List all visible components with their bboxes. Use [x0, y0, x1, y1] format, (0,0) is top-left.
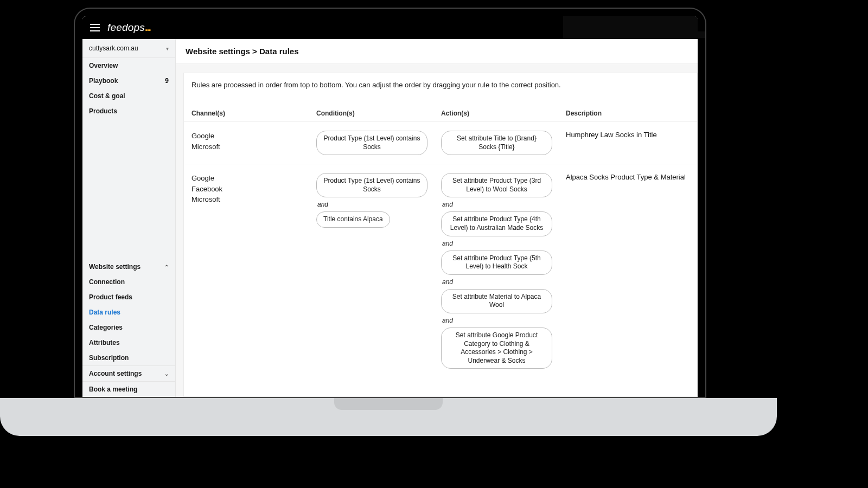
- sidebar-item-playbook[interactable]: Playbook 9: [82, 73, 175, 88]
- condition-pill[interactable]: Product Type (1st Level) contains Socks: [316, 131, 427, 155]
- table-row[interactable]: Google Microsoft Product Type (1st Level…: [184, 121, 697, 164]
- cell-conditions: Product Type (1st Level) contains Socks …: [316, 173, 441, 228]
- action-pill[interactable]: Set attribute Product Type (4th Level) t…: [441, 211, 552, 236]
- conjunction-and: and: [441, 275, 454, 289]
- brand-logo[interactable]: feedops...: [107, 22, 150, 34]
- sidebar-item-label: Playbook: [89, 77, 118, 85]
- chevron-up-icon: ⌃: [164, 264, 169, 270]
- action-pill[interactable]: Set attribute Google Product Category to…: [441, 328, 552, 369]
- cell-channels: Google Microsoft: [192, 131, 316, 152]
- sidebar-item-product-feeds[interactable]: Product feeds: [82, 290, 175, 305]
- sidebar-item-attributes[interactable]: Attributes: [82, 335, 175, 350]
- action-pill[interactable]: Set attribute Title to {Brand} Socks {Ti…: [441, 131, 552, 155]
- col-actions: Action(s): [441, 110, 566, 117]
- sidebar-item-label: Cost & goal: [89, 92, 125, 100]
- condition-pill[interactable]: Product Type (1st Level) contains Socks: [316, 173, 427, 197]
- chevron-down-icon: ⌄: [164, 371, 169, 377]
- channel-name: Microsoft: [192, 142, 316, 152]
- sidebar: cuttysark.com.au ▾ Overview Playbook 9 C…: [82, 39, 176, 397]
- condition-pill[interactable]: Title contains Alpaca: [316, 211, 390, 228]
- conjunction-and: and: [316, 197, 329, 211]
- body: cuttysark.com.au ▾ Overview Playbook 9 C…: [82, 39, 698, 397]
- device-notch: [334, 398, 443, 410]
- sidebar-group-website-settings[interactable]: Website settings ⌃: [82, 259, 175, 274]
- rules-panel: Rules are processed in order from top to…: [183, 73, 698, 397]
- conjunction-and: and: [441, 236, 454, 251]
- channel-name: Facebook: [192, 184, 316, 195]
- cell-conditions: Product Type (1st Level) contains Socks: [316, 131, 441, 155]
- channel-name: Google: [192, 131, 316, 142]
- sidebar-item-categories[interactable]: Categories: [82, 320, 175, 335]
- sidebar-group-label: Account settings: [89, 370, 142, 377]
- table-header: Channel(s) Condition(s) Action(s) Descri…: [184, 105, 697, 121]
- table-row[interactable]: Google Facebook Microsoft Product Type (…: [184, 164, 697, 377]
- content-wrap: Rules are processed in order from top to…: [176, 64, 698, 397]
- site-selector[interactable]: cuttysark.com.au ▾: [82, 39, 175, 58]
- sidebar-group-label: Website settings: [89, 263, 141, 271]
- cell-actions: Set attribute Product Type (3rd Level) t…: [441, 173, 566, 369]
- sidebar-group-account-settings[interactable]: Account settings ⌄: [82, 365, 175, 381]
- channel-name: Google: [192, 173, 316, 184]
- action-pill[interactable]: Set attribute Product Type (5th Level) t…: [441, 251, 552, 275]
- rules-table: Channel(s) Condition(s) Action(s) Descri…: [184, 105, 697, 377]
- sidebar-item-data-rules[interactable]: Data rules: [82, 305, 175, 320]
- channel-name: Microsoft: [192, 194, 316, 205]
- device-frame: feedops... cuttysark.com.au ▾ Overview: [74, 8, 706, 398]
- cell-actions: Set attribute Title to {Brand} Socks {Ti…: [441, 131, 566, 155]
- site-selector-label: cuttysark.com.au: [89, 44, 138, 52]
- cell-description: Alpaca Socks Product Type & Material: [566, 173, 690, 181]
- sidebar-item-connection[interactable]: Connection: [82, 274, 175, 290]
- col-channels: Channel(s): [192, 110, 316, 117]
- cell-description: Humphrey Law Socks in Title: [566, 131, 690, 139]
- nav-top: Overview Playbook 9 Cost & goal Products: [82, 58, 175, 119]
- cell-channels: Google Facebook Microsoft: [192, 173, 316, 205]
- nav-bottom: Website settings ⌃ Connection Product fe…: [82, 259, 175, 397]
- sidebar-item-label: Overview: [89, 62, 118, 69]
- action-pill[interactable]: Set attribute Product Type (3rd Level) t…: [441, 173, 552, 197]
- sidebar-item-overview[interactable]: Overview: [82, 58, 175, 73]
- sidebar-item-label: Products: [89, 107, 117, 115]
- breadcrumb: Website settings > Data rules: [176, 39, 698, 64]
- sidebar-item-book-meeting[interactable]: Book a meeting: [82, 381, 175, 397]
- menu-icon[interactable]: [90, 24, 100, 31]
- col-conditions: Condition(s): [316, 110, 441, 117]
- brand-name: feedops: [107, 22, 145, 33]
- main: Website settings > Data rules Rules are …: [176, 39, 698, 397]
- action-pill[interactable]: Set attribute Material to Alpaca Wool: [441, 289, 552, 313]
- sidebar-item-badge: 9: [165, 77, 169, 85]
- topbar-right-shadow: [571, 31, 698, 38]
- col-description: Description: [566, 110, 690, 117]
- conjunction-and: and: [441, 197, 454, 211]
- chevron-down-icon: ▾: [166, 46, 169, 52]
- sidebar-item-cost-goal[interactable]: Cost & goal: [82, 88, 175, 104]
- sidebar-item-subscription[interactable]: Subscription: [82, 350, 175, 365]
- conjunction-and: and: [441, 313, 454, 328]
- brand-dots: ...: [145, 22, 150, 33]
- panel-info-text: Rules are processed in order from top to…: [184, 73, 697, 105]
- screen: feedops... cuttysark.com.au ▾ Overview: [82, 16, 698, 397]
- sidebar-item-products[interactable]: Products: [82, 104, 175, 119]
